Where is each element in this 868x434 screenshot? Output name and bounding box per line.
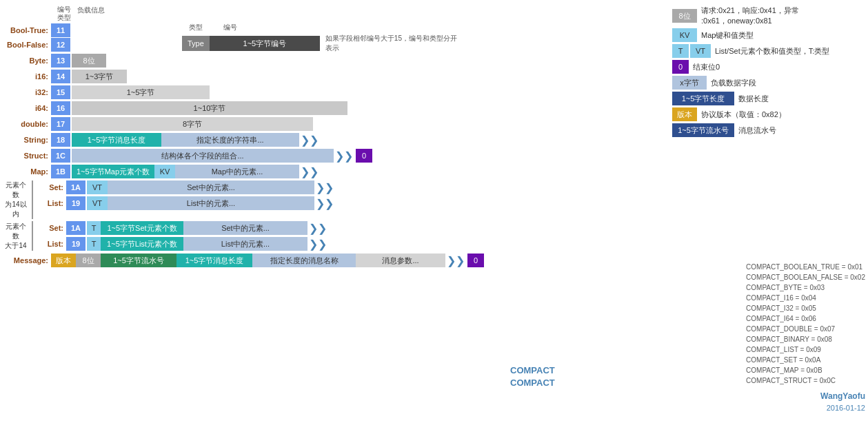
label-byte: Byte: [3, 56, 51, 65]
list-gt14-arrow: ❯❯ [309, 238, 327, 251]
group-14-or-less: 元素个数 为14以内 Set: 1A VT Set中的元素... ❯❯ List… [3, 180, 865, 219]
label-list-14: List: [36, 199, 66, 207]
compact-code-7: COMPACT_DOUBLE = 0x07 [746, 324, 865, 334]
id-double: 17 [51, 117, 70, 131]
row-map: Map: 1B 1~5字节Map元素个数 KV Map中的元素... ❯❯ [3, 165, 865, 178]
header-id-type: 编号类型 [54, 6, 74, 22]
rp-desc-5: 负载数据字段 [711, 78, 756, 88]
type-cell: Type [182, 36, 210, 51]
id-list-gt14: 19 [66, 237, 85, 251]
right-row-8: 1~5字节流水号 消息流水号 [672, 123, 865, 137]
compact-code-5: COMPACT_I32 = 0x05 [746, 303, 865, 313]
compact-code-11: COMPACT_MAP = 0x0B [746, 365, 865, 375]
right-row-5: x字节 负载数据字段 [672, 76, 865, 90]
compact-code-1: COMPACT_BOOLEAN_TRUE = 0x01 [746, 262, 865, 272]
msg-len: 1~5字节消息长度 [176, 254, 252, 267]
cell-double: 8字节 [72, 117, 313, 131]
label-list-gt14: List: [36, 240, 66, 248]
row-struct: Struct: 1C 结构体各个字段的组合... ❯❯ 0 [3, 149, 865, 163]
msg-version: 版本 [51, 254, 76, 267]
string-arrow: ❯❯ [301, 134, 319, 147]
rp-desc-1: 请求:0x21，响应:0x41，异常:0x61，oneway:0x81 [701, 6, 799, 26]
id-set-14: 1A [66, 180, 85, 194]
label-i16: i16: [3, 72, 51, 81]
cell-set-data: Set中的元素... [108, 180, 314, 194]
cell-i32: 1~5字节 [72, 85, 210, 99]
encoding-note: 如果字段相邻编号大于15，编号和类型分开表示 [325, 34, 463, 53]
cell-string-len: 1~5字节消息长度 [72, 133, 161, 147]
id-string: 18 [51, 133, 70, 147]
group-label-14-less: 元素个数 为14以内 [3, 180, 33, 219]
msg-params: 消息参数... [356, 254, 445, 267]
rp-desc-3: List/Set元素个数和值类型，T:类型 [715, 46, 829, 56]
rp-kv: KV [672, 28, 697, 42]
label-bool-false: Bool-False: [3, 41, 51, 49]
group-gt14-rows: Set: 1A T 1~5字节Set元素个数 Set中的元素... ❯❯ Lis… [36, 221, 327, 251]
msg-8bit: 8位 [76, 254, 101, 267]
cell-list-data: List中的元素... [108, 196, 314, 210]
label-string: String: [3, 136, 51, 144]
compact-code-2: COMPACT_BOOLEAN_FALSE = 0x02 [746, 272, 865, 282]
compact-code-9: COMPACT_LIST = 0x09 [746, 344, 865, 355]
header-payload: 负载信息 [77, 6, 105, 22]
set-arrow: ❯❯ [316, 181, 334, 194]
right-row-3: T VT List/Set元素个数和值类型，T:类型 [672, 44, 865, 58]
cell-struct-end: 0 [356, 149, 372, 163]
rp-t: T [672, 44, 689, 58]
id-col-label: 编号 [223, 23, 237, 32]
row-list-14: List: 19 VT List中的元素... ❯❯ [36, 196, 334, 210]
row-set-14: Set: 1A VT Set中的元素... ❯❯ [36, 180, 334, 194]
compact-code-3: COMPACT_BYTE = 0x03 [746, 282, 865, 293]
rp-vt: VT [690, 44, 711, 58]
cell-string-data: 指定长度的字符串... [161, 133, 299, 147]
id-i64: 16 [51, 101, 70, 115]
id-struct: 1C [51, 149, 70, 163]
map-arrow: ❯❯ [301, 165, 319, 178]
compact-title-1: COMPACT [510, 365, 555, 375]
rp-desc-8: 消息流水号 [738, 125, 776, 136]
label-bool-true: Bool-True: [3, 26, 51, 34]
cell-set-t: T [87, 221, 101, 235]
label-struct: Struct: [3, 152, 51, 160]
compact-code-10: COMPACT_SET = 0x0A [746, 355, 865, 365]
list-arrow: ❯❯ [316, 197, 334, 210]
rp-desc-2: Map键和值类型 [701, 30, 754, 41]
author: WangYaofu [746, 390, 865, 402]
rp-desc-7: 协议版本（取值：0x82） [701, 110, 786, 120]
msg-arrow: ❯❯ [447, 254, 465, 267]
date: 2016-01-12 [746, 402, 865, 414]
msg-end: 0 [467, 254, 484, 267]
right-row-6: 1~5字节长度 数据长度 [672, 92, 865, 105]
rp-length: 1~5字节长度 [672, 92, 734, 105]
id-cell: 1~5字节编号 [210, 36, 320, 51]
id-set-gt14: 1A [66, 221, 85, 235]
cell-set-gt14-data: Set中的元素... [183, 221, 307, 235]
id-list-14: 19 [66, 196, 85, 210]
cell-list-vt: VT [87, 196, 108, 210]
cell-struct-data: 结构体各个字段的组合... [72, 149, 334, 163]
cell-byte-8bit: 8位 [72, 54, 106, 68]
cell-set-vt: VT [87, 180, 108, 194]
msg-name: 指定长度的消息名称 [252, 254, 356, 267]
compact-code-8: COMPACT_BINARY = 0x08 [746, 334, 865, 344]
right-panel: 8位 请求:0x21，响应:0x41，异常:0x61，oneway:0x81 K… [672, 6, 865, 139]
row-set-gt14: Set: 1A T 1~5字节Set元素个数 Set中的元素... ❯❯ [36, 221, 327, 235]
cell-map-kv: KV [154, 165, 175, 178]
right-row-2: KV Map键和值类型 [672, 28, 865, 42]
id-i16: 14 [51, 70, 70, 83]
compact-code-6: COMPACT_I64 = 0x06 [746, 313, 865, 324]
right-row-1: 8位 请求:0x21，响应:0x41，异常:0x61，oneway:0x81 [672, 6, 865, 26]
cell-i64: 1~10字节 [72, 101, 347, 115]
label-message: Message: [3, 256, 51, 265]
id-i32: 15 [51, 85, 70, 99]
cell-i16: 1~3字节 [72, 70, 127, 83]
cell-set-count: 1~5字节Set元素个数 [101, 221, 183, 235]
id-bool-true: 11 [51, 23, 70, 37]
type-encoding-panel: 类型 编号 Type 1~5字节编号 如果字段相邻编号大于15，编号和类型分开表… [182, 23, 463, 53]
cell-list-gt14-data: List中的元素... [183, 237, 307, 251]
label-i64: i64: [3, 104, 51, 112]
message-bar: Message: 版本 8位 1~5字节流水号 1~5字节消息长度 指定长度的消… [3, 254, 865, 267]
rp-version: 版本 [672, 107, 697, 121]
cell-map-data: Map中的元素... [175, 165, 299, 178]
label-double: double: [3, 120, 51, 128]
